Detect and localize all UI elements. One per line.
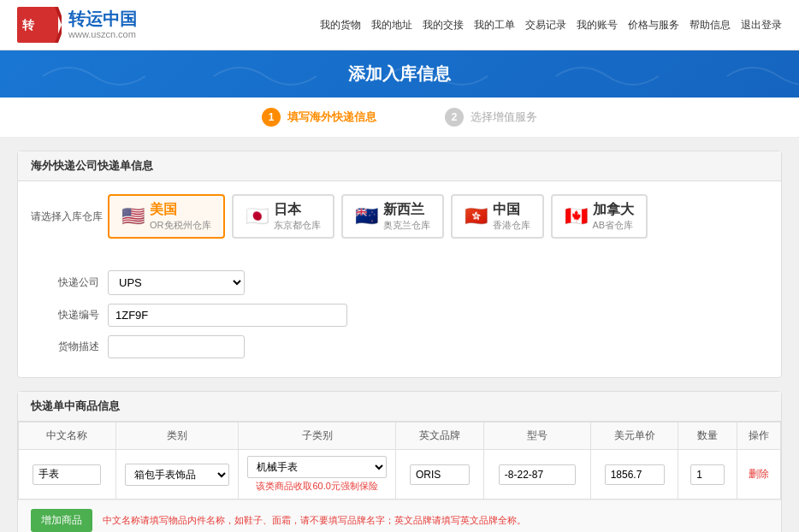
nav-my-account[interactable]: 我的账号: [577, 18, 618, 33]
cell-subcategory: 机械手表 电子手表 该类商品收取60.0元强制保险: [239, 450, 396, 499]
col-quantity: 数量: [678, 423, 737, 450]
goods-desc-label: 货物描述: [31, 340, 108, 354]
col-category: 类别: [115, 423, 238, 450]
cell-name: [19, 450, 116, 499]
flag-cn-icon: 🇭🇰: [465, 205, 488, 228]
warehouse-label: 请选择入库仓库: [31, 210, 108, 224]
warehouse-cn-name: 中国: [493, 201, 530, 219]
nav-links: 我的货物 我的地址 我的交接 我的工单 交易记录 我的账号 价格与服务 帮助信息…: [320, 18, 782, 33]
logo-cn: 转运中国: [68, 9, 137, 29]
warehouse-options: 🇺🇸 美国 OR免税州仓库 🇯🇵 日本 东京都仓库: [108, 194, 648, 239]
warehouse-us-name: 美国: [150, 201, 211, 219]
brand-input[interactable]: [410, 464, 470, 485]
nav-my-handover[interactable]: 我的交接: [423, 18, 464, 33]
express-company-label: 快递公司: [31, 275, 108, 290]
svg-text:转: 转: [21, 18, 35, 32]
main-content: 海外快递公司快递单信息 请选择入库仓库 🇺🇸 美国 OR免税州仓库: [0, 138, 799, 532]
step-2-label: 选择增值服务: [471, 109, 537, 125]
warehouse-cn[interactable]: 🇭🇰 中国 香港仓库: [451, 194, 544, 239]
warehouse-ca[interactable]: 🇨🇦 加拿大 AB省仓库: [551, 194, 648, 239]
express-company-row: 快递公司 UPS FedEx DHL USPS 其他: [31, 270, 768, 295]
col-model: 型号: [483, 423, 590, 450]
express-info-title: 海外快递公司快递单信息: [18, 151, 781, 181]
flag-ca-icon: 🇨🇦: [565, 205, 588, 228]
add-product-hint: 中文名称请填写物品内件名称，如鞋子、面霜，请不要填写品牌名字；英文品牌请填写英文…: [103, 514, 526, 527]
table-header-row: 中文名称 类别 子类别 英文品牌 型号 美元单价 数量 操作: [19, 423, 781, 450]
category-select[interactable]: 箱包手表饰品 电子产品 服装鞋帽: [125, 464, 229, 486]
express-no-row: 快递编号: [31, 304, 768, 327]
header: 转 转运中国 www.uszcn.com 我的货物 我的地址 我的交接 我的工单…: [0, 0, 799, 50]
nav-logout[interactable]: 退出登录: [741, 18, 782, 33]
warehouse-nz[interactable]: 🇳🇿 新西兰 奥克兰仓库: [341, 194, 444, 239]
express-no-input[interactable]: [108, 304, 347, 327]
col-subcategory: 子类别: [239, 423, 396, 450]
cell-brand: [396, 450, 484, 499]
flag-jp-icon: 🇯🇵: [246, 205, 269, 228]
step-1-num: 1: [262, 108, 281, 127]
express-form: 快递公司 UPS FedEx DHL USPS 其他 快递编号 货物描述 手表: [18, 260, 781, 377]
col-brand: 英文品牌: [396, 423, 484, 450]
quantity-input[interactable]: [690, 464, 725, 485]
logo-area: 转 转运中国 www.uszcn.com: [17, 7, 137, 43]
step-1-label: 填写海外快递信息: [287, 109, 376, 125]
express-no-label: 快递编号: [31, 308, 108, 322]
warehouse-jp[interactable]: 🇯🇵 日本 东京都仓库: [232, 194, 334, 239]
warehouse-jp-name: 日本: [274, 201, 321, 219]
logo-url: www.uszcn.com: [68, 29, 137, 40]
col-name: 中文名称: [19, 423, 116, 450]
product-info-title: 快递单中商品信息: [18, 392, 781, 422]
flag-nz-icon: 🇳🇿: [355, 205, 378, 228]
nav-pricing[interactable]: 价格与服务: [628, 18, 679, 33]
warehouse-ca-sub: AB省仓库: [593, 219, 634, 232]
nav-help[interactable]: 帮助信息: [690, 18, 731, 33]
subcategory-note: 该类商品收取60.0元强制保险: [247, 480, 387, 493]
price-input[interactable]: [605, 464, 665, 485]
nav-transactions[interactable]: 交易记录: [525, 18, 566, 33]
product-table: 中文名称 类别 子类别 英文品牌 型号 美元单价 数量 操作: [18, 422, 781, 499]
cell-model: [483, 450, 590, 499]
warehouse-section: 请选择入库仓库 🇺🇸 美国 OR免税州仓库 🇯🇵: [18, 181, 781, 260]
warehouse-row: 请选择入库仓库 🇺🇸 美国 OR免税州仓库 🇯🇵: [31, 194, 768, 239]
steps-bar: 1 填写海外快递信息 2 选择增值服务: [0, 98, 799, 138]
blue-banner: 添加入库信息: [0, 50, 799, 98]
nav-my-orders[interactable]: 我的工单: [474, 18, 515, 33]
model-input[interactable]: [499, 464, 576, 485]
warehouse-nz-name: 新西兰: [383, 201, 430, 219]
add-product-row: 增加商品 中文名称请填写物品内件名称，如鞋子、面霜，请不要填写品牌名字；英文品牌…: [18, 499, 781, 532]
cell-action: 删除: [737, 450, 781, 499]
nav-my-address[interactable]: 我的地址: [371, 18, 412, 33]
express-info-section: 海外快递公司快递单信息 请选择入库仓库 🇺🇸 美国 OR免税州仓库: [17, 151, 782, 378]
warehouse-us-sub: OR免税州仓库: [150, 219, 211, 232]
table-row: 箱包手表饰品 电子产品 服装鞋帽 机械手表 电子手表 该类商品收取60.0元强制…: [19, 450, 781, 499]
express-company-select[interactable]: UPS FedEx DHL USPS 其他: [108, 270, 245, 295]
flag-us-icon: 🇺🇸: [121, 205, 145, 228]
cell-category: 箱包手表饰品 电子产品 服装鞋帽: [115, 450, 238, 499]
warehouse-nz-sub: 奥克兰仓库: [383, 219, 430, 232]
warehouse-us[interactable]: 🇺🇸 美国 OR免税州仓库: [108, 194, 225, 239]
cell-quantity: [678, 450, 737, 499]
product-name-input[interactable]: [33, 464, 101, 485]
goods-desc-row: 货物描述 手表: [31, 335, 768, 358]
banner-title: 添加入库信息: [348, 64, 451, 83]
logo-text: 转运中国 www.uszcn.com: [68, 9, 137, 40]
warehouse-jp-sub: 东京都仓库: [274, 219, 321, 232]
delete-button[interactable]: 删除: [749, 467, 769, 482]
step-2: 2 选择增值服务: [445, 108, 537, 127]
col-action: 操作: [737, 423, 781, 450]
cell-price: [590, 450, 678, 499]
product-table-section: 中文名称 类别 子类别 英文品牌 型号 美元单价 数量 操作: [18, 422, 781, 532]
col-price: 美元单价: [590, 423, 678, 450]
goods-desc-input[interactable]: 手表: [108, 335, 245, 358]
product-info-section: 快递单中商品信息 中文名称 类别 子类别 英文品牌 型号 美元单价 数量 操作: [17, 391, 782, 532]
logo-icon: 转: [17, 7, 62, 43]
warehouse-cn-sub: 香港仓库: [493, 219, 530, 232]
step-2-num: 2: [445, 108, 464, 127]
nav-my-goods[interactable]: 我的货物: [320, 18, 361, 33]
subcategory-select[interactable]: 机械手表 电子手表: [247, 456, 387, 478]
step-1: 1 填写海外快递信息: [262, 108, 376, 127]
warehouse-ca-name: 加拿大: [593, 201, 634, 219]
add-product-button[interactable]: 增加商品: [31, 509, 92, 532]
